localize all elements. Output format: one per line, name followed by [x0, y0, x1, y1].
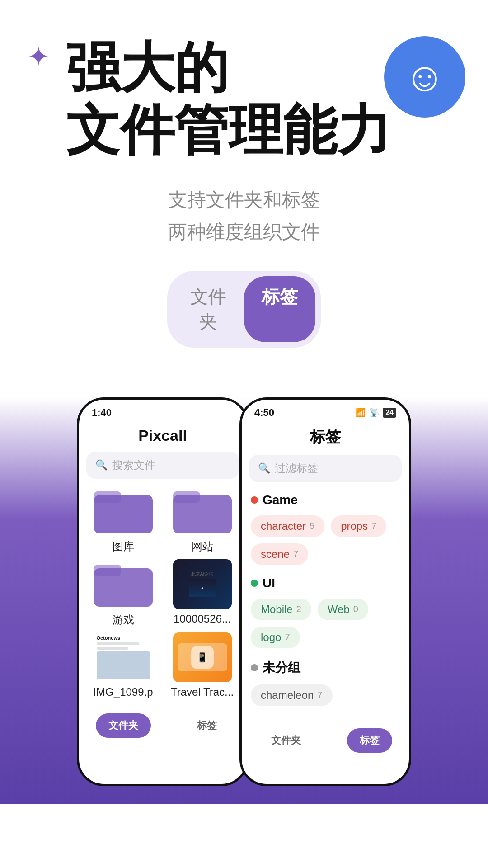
toggle-tag[interactable]: 标签 — [244, 276, 315, 342]
list-item[interactable]: Octonews IMG_1099.p — [86, 632, 160, 698]
right-status-icons: 📶 📡 24 — [356, 408, 396, 418]
tag-chips: chameleon7 — [242, 680, 409, 713]
tag-dot — [251, 580, 258, 587]
left-search-bar[interactable]: 🔍 搜索文件 — [86, 452, 239, 479]
tag-section-header: UI — [242, 572, 409, 594]
tag-chip[interactable]: props7 — [331, 515, 386, 537]
right-phone: 4:50 📶 📡 24 标签 🔍 过滤标签 Gamecharacter5prop… — [239, 397, 411, 786]
left-status-bar: 1:40 — [79, 400, 246, 422]
right-search-placeholder: 过滤标签 — [275, 461, 318, 476]
tag-label: character — [261, 520, 306, 533]
tag-chip[interactable]: Mobile2 — [251, 599, 311, 620]
tag-count: 2 — [296, 604, 301, 614]
left-phone-time: 1:40 — [92, 407, 112, 419]
hero-section: ✦ 强大的 文件管理能力 ☺ 支持文件夹和标签 两种维度组织文件 文件夹 标签 — [0, 0, 488, 397]
left-bottom-nav: 文件夹 标签 — [79, 706, 246, 747]
tag-dot — [251, 496, 258, 504]
list-item[interactable]: 📱 Travel Trac... — [165, 632, 239, 698]
tag-count: 0 — [353, 604, 358, 614]
file-label: 图库 — [113, 539, 134, 554]
file-label: 10000526... — [174, 613, 231, 625]
signal-icon: 📶 — [356, 408, 366, 418]
search-icon: 🔍 — [258, 462, 270, 474]
tag-count: 7 — [285, 632, 290, 642]
file-thumbnail: 北京AI论坛 ● — [173, 559, 232, 609]
tag-section-name: Game — [263, 493, 298, 507]
left-search-placeholder: 搜索文件 — [112, 458, 155, 472]
right-phone-time: 4:50 — [254, 407, 274, 419]
wifi-icon: 📡 — [369, 408, 379, 418]
svg-rect-5 — [94, 565, 121, 576]
tag-chips: Mobile2Web0logo7 — [242, 594, 409, 656]
toggle-container: 文件夹 标签 — [27, 271, 461, 348]
list-item[interactable]: 图库 — [86, 486, 160, 554]
tag-chips: character5props7scene7 — [242, 511, 409, 572]
tag-count: 7 — [293, 549, 298, 559]
tag-count: 7 — [317, 690, 322, 700]
list-item[interactable]: 网站 — [165, 486, 239, 554]
left-app-title: Pixcall — [79, 422, 246, 452]
right-status-bar: 4:50 📶 📡 24 — [242, 400, 409, 422]
list-item[interactable]: 游戏 — [86, 559, 160, 627]
left-phone: 1:40 Pixcall 🔍 搜索文件 图库 — [77, 397, 249, 786]
toggle-pill: 文件夹 标签 — [167, 271, 321, 348]
tag-chip[interactable]: scene7 — [251, 543, 308, 565]
battery-icon: 24 — [383, 408, 396, 418]
file-thumbnail: 📱 — [173, 632, 232, 682]
search-icon: 🔍 — [95, 459, 108, 471]
tag-label: chameleon — [261, 689, 314, 702]
right-bottom-nav: 文件夹 标签 — [242, 721, 409, 762]
nav-folder-button[interactable]: 文件夹 — [258, 728, 314, 753]
right-screen-title: 标签 — [242, 422, 409, 455]
svg-rect-1 — [94, 491, 121, 503]
tag-count: 5 — [310, 521, 314, 531]
tag-chip[interactable]: character5 — [251, 515, 324, 537]
hero-subtitle: 支持文件夹和标签 两种维度组织文件 — [27, 184, 461, 248]
file-thumbnail: Octonews — [94, 632, 153, 682]
tag-section: 未分组chameleon7 — [242, 656, 409, 713]
tag-section: UIMobile2Web0logo7 — [242, 572, 409, 656]
hero-title-row: ✦ 强大的 文件管理能力 ☺ — [27, 36, 461, 161]
file-grid: 图库 网站 游戏 — [79, 486, 246, 698]
tag-label: scene — [261, 548, 290, 561]
nav-tag-button[interactable]: 标签 — [184, 713, 230, 738]
star-icon: ✦ — [27, 41, 50, 72]
nav-tag-button[interactable]: 标签 — [347, 728, 392, 753]
tag-section-header: Game — [242, 489, 409, 511]
tag-dot — [251, 664, 258, 671]
nav-folder-button[interactable]: 文件夹 — [96, 713, 151, 738]
tag-section-header: 未分组 — [242, 656, 409, 680]
tag-section-name: 未分组 — [263, 659, 300, 676]
toggle-folder[interactable]: 文件夹 — [173, 276, 244, 342]
smiley-icon: ☺ — [384, 36, 465, 118]
phones-section: 1:40 Pixcall 🔍 搜索文件 图库 — [0, 397, 488, 804]
folder-icon — [94, 559, 153, 609]
folder-icon — [94, 486, 153, 536]
tag-count: 7 — [371, 521, 376, 531]
folder-icon — [173, 486, 232, 536]
file-label: IMG_1099.p — [93, 686, 153, 698]
right-search-bar[interactable]: 🔍 过滤标签 — [249, 455, 402, 482]
file-label: 网站 — [192, 539, 213, 554]
tag-chip[interactable]: logo7 — [251, 627, 300, 648]
tag-chip[interactable]: Web0 — [318, 599, 368, 620]
tag-sections: Gamecharacter5props7scene7UIMobile2Web0l… — [242, 489, 409, 713]
svg-rect-3 — [173, 491, 200, 503]
file-label: Travel Trac... — [171, 686, 234, 698]
list-item[interactable]: 北京AI论坛 ● 10000526... — [165, 559, 239, 627]
tag-section-name: UI — [263, 576, 275, 590]
tag-section: Gamecharacter5props7scene7 — [242, 489, 409, 572]
file-label: 游戏 — [113, 613, 134, 627]
tag-chip[interactable]: chameleon7 — [251, 684, 333, 706]
tag-label: Web — [328, 603, 350, 616]
tag-label: logo — [261, 631, 281, 644]
tag-label: props — [341, 520, 368, 533]
tag-label: Mobile — [261, 603, 293, 616]
